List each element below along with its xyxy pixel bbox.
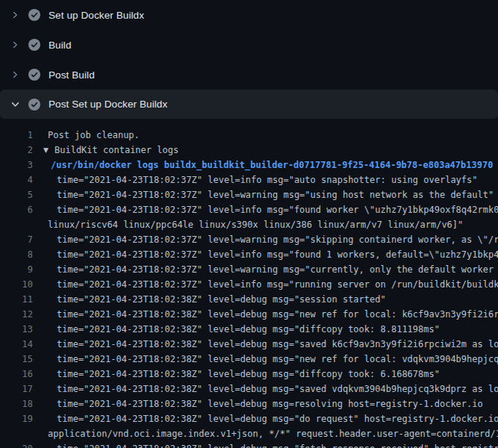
log-line-13: 13time="2021-04-23T18:02:38Z" level=debu… — [0, 322, 498, 337]
step-row-set-up-docker-buildx[interactable]: Set up Docker Buildx — [0, 0, 498, 30]
log-text: time="2021-04-23T18:02:38Z" level=debug … — [57, 396, 483, 411]
steps-list: Set up Docker Buildx Build Post Build — [0, 0, 498, 119]
log-text: time="2021-04-23T18:02:38Z" level=debug … — [57, 292, 386, 307]
log-line-14: 14time="2021-04-23T18:02:38Z" level=debu… — [0, 337, 498, 352]
step-row-post-set-up-docker-buildx[interactable]: Post Set up Docker Buildx — [0, 90, 498, 119]
line-number[interactable]: 20 — [0, 441, 33, 448]
log-line-20: 20time="2021-04-23T18:02:38Z" level=debu… — [0, 441, 498, 448]
log-line-16: 16time="2021-04-23T18:02:38Z" level=debu… — [0, 367, 498, 382]
command-text: /usr/bin/docker logs buildx_buildkit_bui… — [51, 158, 493, 172]
step-row-build[interactable]: Build — [0, 30, 498, 60]
log-text: application/vnd.oci.image.index.v1+json,… — [48, 426, 498, 441]
line-number[interactable]: 17 — [0, 382, 33, 396]
step-title: Set up Docker Buildx — [49, 10, 144, 21]
step-title: Build — [49, 40, 72, 51]
actions-log-viewer: Set up Docker Buildx Build Post Build — [0, 0, 498, 448]
line-number[interactable]: 16 — [0, 367, 33, 382]
group-collapse-marker-icon[interactable]: ▼ — [43, 143, 50, 158]
log-line-1: 1Post job cleanup. — [0, 128, 498, 143]
line-number[interactable]: 2 — [0, 143, 33, 158]
step-row-post-build[interactable]: Post Build — [0, 60, 498, 90]
log-line-4: 4time="2021-04-23T18:02:37Z" level=info … — [0, 172, 498, 187]
chevron-right-icon — [9, 39, 21, 51]
log-line-3: 3/usr/bin/docker logs buildx_buildkit_bu… — [0, 158, 498, 172]
line-number[interactable]: 8 — [0, 247, 33, 262]
log-line-8: 8time="2021-04-23T18:02:37Z" level=info … — [0, 247, 498, 262]
chevron-right-icon — [9, 69, 21, 81]
line-number[interactable]: 3 — [0, 158, 33, 172]
log-line-19: 19time="2021-04-23T18:02:38Z" level=debu… — [0, 411, 498, 426]
check-circle-icon — [28, 9, 40, 21]
check-circle-icon — [28, 39, 40, 51]
line-number[interactable]: 15 — [0, 352, 33, 367]
line-number[interactable]: 18 — [0, 396, 33, 411]
log-line-10: 10time="2021-04-23T18:02:37Z" level=info… — [0, 277, 498, 292]
log-line-6: 6time="2021-04-23T18:02:37Z" level=info … — [0, 202, 498, 217]
log-text: Post job cleanup. — [48, 128, 140, 143]
line-number[interactable]: 6 — [0, 202, 33, 217]
chevron-right-icon — [9, 9, 21, 21]
log-text: time="2021-04-23T18:02:38Z" level=debug … — [57, 367, 440, 382]
line-number[interactable]: 14 — [0, 337, 33, 352]
log-line-continuation: application/vnd.oci.image.index.v1+json,… — [0, 426, 498, 441]
log-line-18: 18time="2021-04-23T18:02:38Z" level=debu… — [0, 396, 498, 411]
log-text: BuildKit container logs — [55, 143, 178, 158]
log-line-5: 5time="2021-04-23T18:02:37Z" level=warni… — [0, 187, 498, 202]
log-text: linux/riscv64 linux/ppc64le linux/s390x … — [48, 217, 463, 232]
line-number[interactable]: 19 — [0, 411, 33, 426]
log-line-17: 17time="2021-04-23T18:02:38Z" level=debu… — [0, 382, 498, 396]
log-text: time="2021-04-23T18:02:37Z" level=info m… — [57, 202, 498, 217]
log-text: time="2021-04-23T18:02:37Z" level=info m… — [57, 172, 478, 187]
line-number[interactable]: 11 — [0, 292, 33, 307]
line-number[interactable]: 9 — [0, 262, 33, 277]
log-output: 1Post job cleanup.2▼BuildKit container l… — [0, 119, 498, 448]
line-number[interactable]: 10 — [0, 277, 33, 292]
log-line-11: 11time="2021-04-23T18:02:38Z" level=debu… — [0, 292, 498, 307]
chevron-down-icon — [9, 99, 21, 111]
line-number[interactable]: 13 — [0, 322, 33, 337]
log-text: time="2021-04-23T18:02:38Z" level=debug … — [57, 337, 498, 352]
log-text: time="2021-04-23T18:02:38Z" level=debug … — [57, 322, 440, 337]
log-text: time="2021-04-23T18:02:38Z" level=debug … — [57, 441, 498, 448]
log-text: time="2021-04-23T18:02:38Z" level=debug … — [57, 352, 498, 367]
log-text: time="2021-04-23T18:02:37Z" level=warnin… — [57, 232, 498, 247]
log-text: time="2021-04-23T18:02:37Z" level=info m… — [57, 277, 498, 292]
line-number[interactable]: 5 — [0, 187, 33, 202]
line-number[interactable]: 7 — [0, 232, 33, 247]
log-line-7: 7time="2021-04-23T18:02:37Z" level=warni… — [0, 232, 498, 247]
line-number[interactable]: 12 — [0, 307, 33, 322]
log-line-12: 12time="2021-04-23T18:02:38Z" level=debu… — [0, 307, 498, 322]
check-circle-icon — [28, 99, 40, 111]
log-text: time="2021-04-23T18:02:37Z" level=warnin… — [57, 262, 498, 277]
line-number — [0, 217, 33, 232]
log-text: time="2021-04-23T18:02:38Z" level=debug … — [57, 411, 498, 426]
log-line-15: 15time="2021-04-23T18:02:38Z" level=debu… — [0, 352, 498, 367]
check-circle-icon — [28, 69, 40, 81]
log-line-2: 2▼BuildKit container logs — [0, 143, 498, 158]
line-number[interactable]: 1 — [0, 128, 33, 143]
log-line-9: 9time="2021-04-23T18:02:37Z" level=warni… — [0, 262, 498, 277]
log-text: time="2021-04-23T18:02:38Z" level=debug … — [57, 382, 498, 396]
step-title: Post Build — [49, 69, 95, 81]
log-line-continuation: linux/riscv64 linux/ppc64le linux/s390x … — [0, 217, 498, 232]
log-text: time="2021-04-23T18:02:37Z" level=warnin… — [57, 187, 494, 202]
log-text: time="2021-04-23T18:02:38Z" level=debug … — [57, 307, 498, 322]
log-text: time="2021-04-23T18:02:37Z" level=info m… — [57, 247, 498, 262]
line-number — [0, 426, 33, 441]
line-number[interactable]: 4 — [0, 172, 33, 187]
step-title: Post Set up Docker Buildx — [49, 99, 167, 110]
